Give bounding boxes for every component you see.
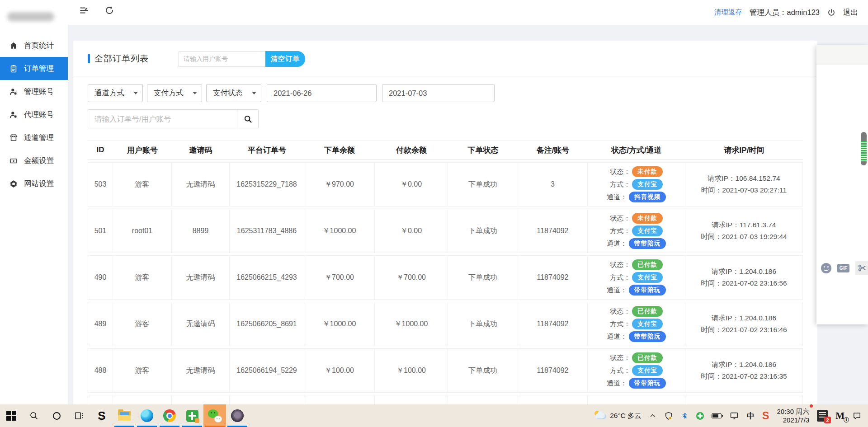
weather-text: 26°C 多云 [610,411,642,421]
pay-method-select[interactable]: 支付方式 [147,84,202,102]
weather-icon [594,411,607,421]
input-method-indicator[interactable]: 中 [747,411,755,421]
bluetooth-icon [681,411,689,420]
sidebar-item-admin-accounts[interactable]: 管理账号 [0,80,68,103]
sidebar-item-site-settings[interactable]: 网站设置 [0,172,68,195]
dark-circle-app-button[interactable] [226,404,249,427]
security-tray-button[interactable]: ! [664,411,673,421]
pinned-app-s-logo[interactable]: S [90,404,113,427]
cell-ip-time: 请求IP：1.204.0.186 时间：2021-07-02 23:16:46 [685,302,803,346]
start-button[interactable] [0,404,23,427]
ip-label: 请求IP： [712,314,739,322]
chrome-browser-button[interactable] [158,404,181,427]
channel-badge: 带带陪玩 [629,285,666,296]
ip-value: 117.61.3.74 [740,221,776,229]
refresh-button[interactable] [103,4,116,17]
scrollbar-cap [861,132,867,141]
pen-app-tray-button[interactable]: M 1 [835,410,844,422]
sidebar-item-channel-management[interactable]: 通道管理 [0,126,68,149]
topbar: 清理返存 管理人员：admin123 退出 [0,0,868,25]
order-search-input[interactable] [88,110,237,128]
notification-center-button[interactable]: 2 [817,410,828,422]
sidebar-item-home-stats[interactable]: 首页统计 [0,34,68,57]
taskbar-search-button[interactable] [23,404,45,427]
time-value: 2021-07-03 20:27:11 [722,186,787,194]
sidebar-item-amount-settings[interactable]: ¥ 金额设置 [0,149,68,172]
search-button[interactable] [237,110,258,128]
cell-user: 游客 [113,255,172,300]
cell-order-status: 下单成功 [448,348,518,393]
task-view-button[interactable] [68,404,90,427]
emoji-icon[interactable] [821,263,831,273]
bluetooth-tray-button[interactable] [681,411,689,420]
sidebar-item-label: 金额设置 [24,156,54,166]
cell-id: 503 [88,162,113,206]
time-label: 时间： [701,279,722,287]
edge-browser-button[interactable] [136,404,158,427]
gif-icon[interactable]: GIF [837,264,849,272]
cell-order-amount: ￥100.00 [304,348,375,393]
cell-remark: 11874092 [518,348,588,393]
status-label: 状态： [610,307,630,316]
scrollbar-cap [861,162,867,165]
wechat-button[interactable] [203,404,226,427]
logout-button[interactable]: 退出 [843,8,858,18]
table-row: 503 游客 无邀请码 1625315229_7188 ￥970.00 ￥0.0… [88,162,803,206]
user-account-search-input[interactable] [179,51,265,67]
sogou-tray-button[interactable]: S [762,410,769,422]
cortana-button[interactable] [45,404,68,427]
pay-status-select[interactable]: 支付状态 [206,84,261,102]
svg-text:¥: ¥ [13,159,14,163]
cell-id: 501 [88,209,113,253]
screenshot-scissors-icon[interactable] [855,261,868,275]
weather-widget[interactable]: 26°C 多云 [594,411,642,421]
time-value: 2021-07-02 23:16:35 [722,372,787,380]
clear-cache-link[interactable]: 清理返存 [714,8,742,17]
clear-orders-button[interactable]: 清空订单 [265,51,305,67]
battery-tray-button[interactable] [712,413,722,418]
channel-badge: 抖音视频 [629,192,666,202]
table-row: 488 游客 无邀请码 1625066194_5229 ￥100.00 ￥100… [88,348,803,393]
power-icon[interactable] [827,8,836,17]
notification-dot [810,404,813,408]
date-to-input[interactable] [382,84,495,102]
sidebar: 首页统计 订单管理 管理账号 代理账号 通道管理 ¥ 金额设置 [0,0,68,427]
status-label: 状态： [610,354,630,362]
col-header-remark: 备注/账号 [518,140,588,160]
cell-order-amount: ￥1000.00 [304,302,375,346]
ip-value: 106.84.152.74 [736,174,780,182]
green-suite-app-button[interactable] [181,404,203,427]
col-header-user: 用户账号 [113,140,172,160]
chrome-icon [163,409,176,422]
display-tray-button[interactable] [729,411,739,420]
shield-icon: ! [664,411,673,421]
notification-count-badge: 2 [824,417,831,423]
ip-label: 请求IP： [708,174,735,182]
col-header-pay-amount: 付款余额 [375,140,448,160]
cell-invite: 无邀请码 [172,162,230,206]
cell-remark: 11874092 [518,302,588,346]
cell-status-method-channel: 状态：未付款 方式：支付宝 通道：带带陪玩 [588,209,685,253]
clock-widget[interactable]: 20:30 周六 2021/7/3 [777,407,809,425]
clock: 20:30 周六 2021/7/3 [777,407,809,425]
method-label: 方式： [610,180,630,189]
feedback-tray-button[interactable] [852,411,862,420]
antivirus-tray-button[interactable] [696,412,704,420]
storefront-icon [9,133,18,142]
clock-date: 2021/7/3 [777,416,809,425]
coupon-icon: ¥ [9,156,18,165]
page-title: 全部订单列表 [94,53,149,65]
tray-overflow-button[interactable] [649,412,656,419]
collapse-sidebar-button[interactable] [78,4,90,17]
ip-label: 请求IP： [712,361,739,368]
chat-window-titlebar[interactable] [816,45,868,65]
sidebar-item-agent-accounts[interactable]: 代理账号 [0,103,68,126]
pen-m-icon: M 1 [835,410,844,422]
sidebar-item-order-management[interactable]: 订单管理 [0,57,68,80]
scrollbar-thumb[interactable] [861,132,867,165]
file-explorer-button[interactable] [113,404,136,427]
cell-order-amount: ￥700.00 [304,255,375,300]
ip-value: 1.204.0.186 [739,267,776,275]
channel-method-select[interactable]: 通道方式 [88,84,143,102]
date-from-input[interactable] [267,84,377,102]
